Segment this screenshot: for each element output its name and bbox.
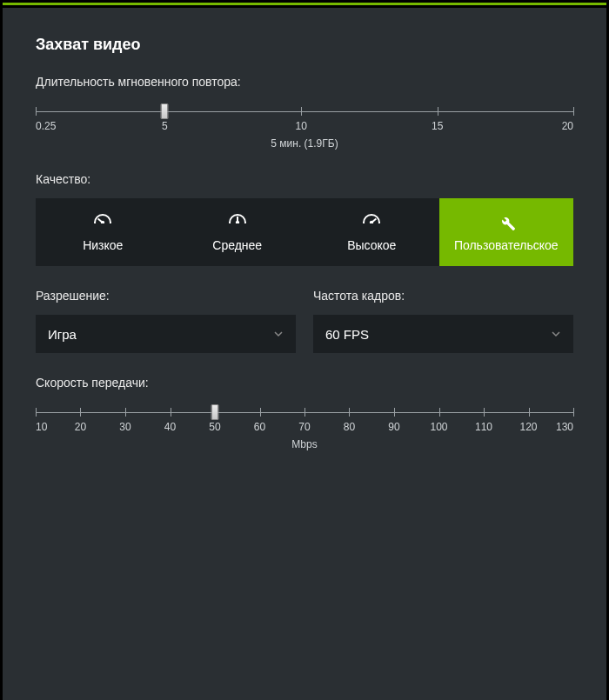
slider-tick-label: 90 xyxy=(388,421,399,433)
bitrate-slider[interactable]: 102030405060708090100110120130 xyxy=(36,402,573,437)
slider-tick xyxy=(125,408,126,417)
quality-option-gauge-low[interactable]: Низкое xyxy=(36,198,171,266)
slider-thumb[interactable] xyxy=(161,103,169,119)
gauge-high-icon xyxy=(361,212,382,233)
slider-tick xyxy=(529,408,530,417)
quality-option-label: Пользовательское xyxy=(454,238,559,252)
slider-tick xyxy=(438,107,438,116)
replay-caption: 5 мин. (1.9ГБ) xyxy=(36,137,573,150)
svg-rect-11 xyxy=(363,223,380,233)
slider-thumb[interactable] xyxy=(211,404,218,420)
slider-tick-label: 0.25 xyxy=(36,120,56,132)
slider-tick-label: 20 xyxy=(562,120,573,132)
chevron-down-icon xyxy=(551,327,561,342)
fps-value: 60 FPS xyxy=(325,327,369,342)
slider-tick xyxy=(80,408,81,417)
quality-label: Качество: xyxy=(36,172,573,186)
slider-tick-label: 60 xyxy=(254,421,265,433)
slider-tick-label: 15 xyxy=(432,120,443,132)
quality-option-label: Среднее xyxy=(212,238,262,252)
slider-tick xyxy=(304,408,305,417)
svg-line-2 xyxy=(98,219,103,223)
quality-row: НизкоеСреднееВысокоеПользовательское xyxy=(36,198,573,266)
bitrate-label: Скорость передачи: xyxy=(36,376,573,390)
slider-tick-label: 80 xyxy=(344,421,355,433)
slider-tick-label: 30 xyxy=(119,421,130,433)
slider-tick-label: 110 xyxy=(475,421,492,433)
slider-tick xyxy=(439,408,440,417)
wrench-icon xyxy=(496,212,517,233)
bitrate-section: Скорость передачи: 102030405060708090100… xyxy=(36,376,573,450)
slider-tick xyxy=(349,408,350,417)
slider-tick xyxy=(573,107,574,116)
slider-tick-label: 100 xyxy=(430,421,447,433)
settings-panel: Захват видео Длительность мгновенного по… xyxy=(3,8,606,700)
gauge-low-icon xyxy=(92,212,113,233)
slider-tick-label: 130 xyxy=(556,421,573,433)
quality-option-label: Высокое xyxy=(347,238,396,252)
quality-option-wrench[interactable]: Пользовательское xyxy=(439,198,574,266)
slider-tick-label: 70 xyxy=(298,421,310,433)
replay-section: Длительность мгновенного повтора: 0.2551… xyxy=(36,75,573,150)
gauge-mid-icon xyxy=(227,212,248,233)
page-title: Захват видео xyxy=(36,36,573,54)
replay-label: Длительность мгновенного повтора: xyxy=(36,75,573,89)
res-fps-row: Разрешение: Игра Частота кадров: 60 FPS xyxy=(36,289,573,353)
slider-tick-label: 5 xyxy=(162,120,168,132)
slider-tick xyxy=(301,107,302,116)
chevron-down-icon xyxy=(273,327,284,342)
slider-tick-label: 10 xyxy=(296,120,307,132)
slider-tick xyxy=(394,408,395,417)
svg-line-10 xyxy=(371,219,376,223)
svg-rect-3 xyxy=(94,223,111,233)
fps-col: Частота кадров: 60 FPS xyxy=(313,289,573,353)
slider-tick xyxy=(260,408,261,417)
resolution-label: Разрешение: xyxy=(36,289,296,303)
slider-tick xyxy=(484,408,485,417)
quality-option-label: Низкое xyxy=(83,238,123,252)
quality-option-gauge-mid[interactable]: Среднее xyxy=(171,198,305,266)
quality-option-gauge-high[interactable]: Высокое xyxy=(304,198,439,266)
fps-dropdown[interactable]: 60 FPS xyxy=(313,315,573,353)
slider-tick-label: 120 xyxy=(520,421,538,433)
quality-section: Качество: НизкоеСреднееВысокоеПользовате… xyxy=(36,172,573,266)
slider-tick xyxy=(573,408,574,417)
slider-tick-label: 50 xyxy=(209,421,220,433)
bitrate-caption: Mbps xyxy=(36,438,573,450)
resolution-value: Игра xyxy=(48,327,77,342)
slider-tick xyxy=(36,408,37,417)
slider-tick xyxy=(171,408,171,417)
slider-tick-label: 20 xyxy=(75,421,86,433)
resolution-col: Разрешение: Игра xyxy=(36,289,296,353)
slider-tick-label: 10 xyxy=(36,421,47,433)
svg-rect-7 xyxy=(229,223,246,233)
slider-tick xyxy=(36,107,37,116)
slider-tick-label: 40 xyxy=(164,421,176,433)
accent-bar xyxy=(3,3,606,5)
fps-label: Частота кадров: xyxy=(313,289,573,303)
replay-slider[interactable]: 0.255101520 xyxy=(36,101,573,136)
resolution-dropdown[interactable]: Игра xyxy=(36,315,296,353)
